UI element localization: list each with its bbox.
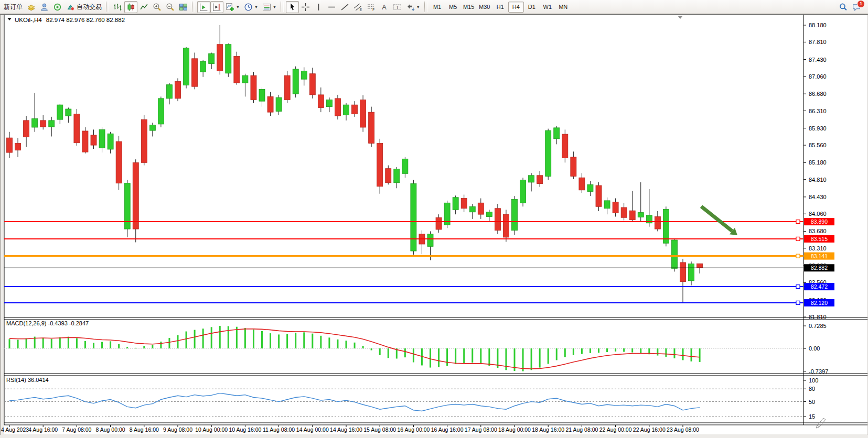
candle — [234, 52, 240, 85]
trendline-icon — [340, 3, 349, 12]
channel-button[interactable]: E — [351, 1, 365, 13]
time-tick-label: 11 Aug 08:00 — [263, 426, 295, 433]
time-tick-label: 10 Aug 16:00 — [229, 426, 261, 433]
timeframe-toolbar: M1M5M15M30H1H4D1W1MN — [430, 2, 571, 13]
gold-bars-icon — [27, 3, 36, 12]
zoom-in-icon — [153, 3, 162, 12]
text-label-button[interactable]: T — [391, 1, 404, 13]
price-flag-label: 82.882 — [811, 265, 828, 271]
chart-canvas[interactable]: 88.18087.81087.43087.06086.68086.31085.9… — [0, 0, 868, 438]
bar-chart-icon — [113, 3, 122, 12]
auto-scroll-icon — [199, 3, 208, 12]
timeframe-button-M30[interactable]: M30 — [477, 2, 492, 13]
price-tick-label: 83.310 — [809, 245, 827, 251]
timeframe-button-M1[interactable]: M1 — [430, 2, 445, 13]
clock-icon — [244, 3, 253, 12]
time-tick-label: 7 Aug 08:00 — [62, 426, 91, 433]
add-indicator-icon — [226, 3, 234, 12]
autotrading-button[interactable]: 自动交易 — [64, 1, 104, 13]
time-tick-label: 22 Aug 16:00 — [633, 426, 666, 433]
text-icon: A — [380, 3, 389, 12]
fibonacci-button[interactable]: F — [365, 1, 378, 13]
zoom-out-button[interactable] — [164, 1, 177, 13]
hline-handle[interactable] — [796, 220, 800, 224]
svg-text:F: F — [372, 8, 374, 12]
periods-button[interactable]: ▼ — [242, 1, 260, 13]
hline-handle[interactable] — [796, 285, 800, 289]
indicators-button[interactable]: ▼ — [223, 1, 242, 13]
arrow-objects-icon — [406, 3, 415, 12]
autotrading-label: 自动交易 — [77, 3, 102, 12]
time-tick-label: 22 Aug 00:00 — [599, 426, 632, 433]
templates-button[interactable]: ▼ — [260, 1, 278, 13]
time-tick-label: 14 Aug 00:00 — [296, 426, 329, 433]
price-tick-label: 87.430 — [809, 57, 827, 63]
signal-icon — [53, 3, 62, 12]
candle — [175, 78, 181, 101]
chart-title: UKOil-,H482.974 82.976 82.760 82.882 — [15, 17, 125, 23]
price-tick-label: 87.810 — [809, 39, 827, 45]
zoom-in-button[interactable] — [151, 1, 164, 13]
chevron-down-icon: ▼ — [273, 5, 276, 9]
hline-handle[interactable] — [796, 301, 800, 304]
vertical-line-button[interactable] — [312, 1, 325, 13]
timeframe-button-D1[interactable]: D1 — [524, 2, 540, 13]
candle — [293, 67, 298, 97]
candle — [663, 206, 669, 246]
horizontal-line-button[interactable] — [325, 1, 338, 13]
line-chart-button[interactable] — [137, 1, 151, 13]
candle — [520, 178, 526, 206]
timeframe-button-M15[interactable]: M15 — [461, 2, 477, 13]
time-tick-label: 18 Aug 16:00 — [532, 426, 564, 433]
search-button[interactable] — [837, 1, 850, 13]
new-order-button[interactable]: 新订单 — [2, 1, 25, 13]
mt4-terminal: { "toolbar": { "new_order": "新订单", "auto… — [0, 0, 868, 438]
time-tick-label: 16 Aug 00:00 — [397, 426, 430, 433]
zoom-out-icon — [166, 3, 175, 12]
crosshair-button[interactable] — [299, 1, 312, 13]
notification-badge: 1 — [857, 0, 865, 8]
search-icon — [839, 3, 848, 12]
chat-button[interactable]: 1 — [850, 1, 863, 13]
macd-tick-label: -0.7397 — [809, 368, 828, 375]
market-watch-button[interactable] — [25, 1, 38, 13]
chevron-down-icon: ▼ — [236, 5, 240, 9]
expert-advisor-icon — [66, 3, 75, 12]
timeframe-button-M5[interactable]: M5 — [445, 2, 461, 13]
time-tick-label: 4 Aug 2023 — [1, 426, 29, 433]
candlestick-chart-button[interactable] — [124, 1, 137, 13]
price-tick-label: 84.430 — [809, 194, 827, 200]
signals-button[interactable] — [51, 1, 64, 13]
macd-tick-label: 0.00 — [809, 345, 820, 352]
timeframe-button-W1[interactable]: W1 — [540, 2, 555, 13]
candle — [116, 136, 122, 190]
auto-scroll-button[interactable] — [197, 1, 210, 13]
hline-handle[interactable] — [796, 254, 800, 258]
candle — [411, 180, 416, 255]
tile-windows-button[interactable] — [177, 1, 190, 13]
price-tick-label: 87.060 — [809, 73, 827, 80]
toolbar-grip — [424, 2, 427, 12]
rsi-tick-label: 15 — [809, 413, 815, 420]
price-tick-label: 83.680 — [809, 228, 827, 234]
trendline-button[interactable] — [338, 1, 351, 13]
candle — [335, 95, 340, 119]
text-button[interactable]: A — [378, 1, 391, 13]
timeframe-button-MN[interactable]: MN — [555, 2, 571, 13]
time-tick-label: 14 Aug 16:00 — [330, 426, 362, 433]
candle — [226, 43, 231, 77]
price-tick-label: 81.810 — [809, 314, 827, 320]
timeframe-button-H1[interactable]: H1 — [492, 2, 508, 13]
navigator-button[interactable] — [38, 1, 51, 13]
timeframe-button-H4[interactable]: H4 — [508, 2, 524, 13]
bar-chart-button[interactable] — [111, 1, 124, 13]
time-tick-label: 16 Aug 16:00 — [431, 426, 464, 433]
svg-text:A: A — [382, 3, 387, 11]
shapes-button[interactable]: ▼ — [404, 1, 422, 13]
line-chart-icon — [140, 3, 148, 12]
chart-shift-button[interactable] — [210, 1, 223, 13]
hline-handle[interactable] — [796, 237, 800, 240]
candle — [184, 47, 189, 89]
cursor-button[interactable] — [286, 1, 299, 13]
svg-text:E: E — [360, 7, 362, 11]
